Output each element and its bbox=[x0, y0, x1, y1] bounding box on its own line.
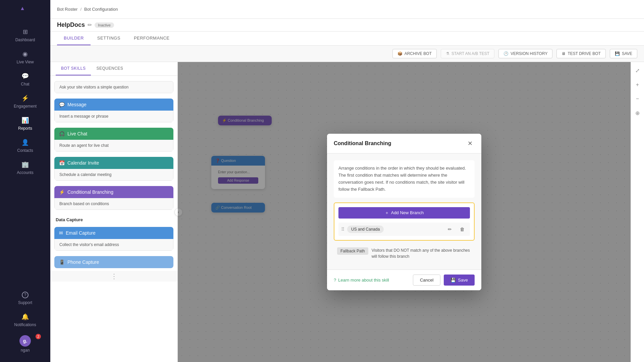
phone-capture-skill-card[interactable]: 📱 Phone Capture bbox=[54, 256, 173, 268]
email-icon: ✉ bbox=[59, 230, 63, 236]
version-history-button[interactable]: 🕐 VERSION HISTORY bbox=[498, 49, 552, 58]
conditional-branching-skill-card[interactable]: ⚡ Conditional Branching Branch based on … bbox=[54, 186, 173, 210]
contacts-icon: 👤 bbox=[21, 139, 29, 146]
branch-row-us-canada: ⠿ US and Canada ✏ 🗑 bbox=[338, 223, 470, 236]
zoom-out-icon[interactable]: − bbox=[635, 95, 640, 103]
modal-footer: ? Learn more about this skill Cancel 💾 S… bbox=[327, 269, 481, 290]
panel-tabs: BOT SKILLS SEQUENCES bbox=[50, 62, 177, 76]
sidebar-item-notifications[interactable]: 🔔 Notifications bbox=[0, 309, 50, 331]
branching-icon: ⚡ bbox=[59, 189, 65, 195]
live-chat-skill-body: Route an agent for live chat bbox=[54, 140, 173, 152]
logo-icon[interactable]: ▲ bbox=[20, 5, 31, 16]
breadcrumb-bot-config[interactable]: Bot Configuration bbox=[84, 7, 118, 12]
modal-header: Conditional Branching ✕ bbox=[327, 134, 481, 154]
modal-save-button[interactable]: 💾 Save bbox=[444, 275, 475, 286]
support-icon: ? bbox=[22, 292, 29, 298]
conditional-branching-skill-header: ⚡ Conditional Branching bbox=[54, 186, 173, 198]
left-panel: BOT SKILLS SEQUENCES Ask your site visit… bbox=[50, 62, 178, 362]
sidebar-bottom: ? Support 🔔 Notifications g. ngan 2 bbox=[0, 288, 50, 357]
tab-performance[interactable]: PERFORMANCE bbox=[127, 32, 176, 45]
grid-icon[interactable]: ⊕ bbox=[634, 109, 641, 118]
help-icon: ? bbox=[334, 278, 336, 283]
message-skill-header: 💬 Message bbox=[54, 99, 173, 111]
avatar-circle: g. bbox=[19, 335, 31, 347]
sidebar-item-live-view[interactable]: ◉ Live View bbox=[0, 46, 50, 68]
modal-body: Arrange conditions in the order in which… bbox=[327, 154, 481, 269]
branch-tag: US and Canada bbox=[347, 226, 384, 233]
question-skill-card: Ask your site visitors a simple question bbox=[54, 78, 173, 93]
test-drive-button[interactable]: 🖥 TEST DRIVE BOT bbox=[556, 49, 605, 58]
delete-branch-button[interactable]: 🗑 bbox=[457, 225, 467, 233]
add-icon: ＋ bbox=[385, 210, 389, 216]
add-new-branch-button[interactable]: ＋ Add New Branch bbox=[338, 207, 470, 219]
tab-settings[interactable]: SETTINGS bbox=[91, 32, 127, 45]
archive-icon: 📦 bbox=[397, 51, 402, 56]
modal-save-icon: 💾 bbox=[450, 278, 456, 283]
sidebar-item-chat[interactable]: 💬 Chat bbox=[0, 68, 50, 90]
calendar-skill-body: Schedule a calendar meeting bbox=[54, 169, 173, 181]
edit-bot-name-icon[interactable]: ✏ bbox=[88, 22, 92, 28]
bot-status-badge: Inactive bbox=[95, 22, 114, 28]
live-chat-icon: 🎧 bbox=[59, 131, 65, 136]
start-ab-test-button[interactable]: ⚗ START AN A/B TEST bbox=[441, 49, 494, 58]
sidebar-item-reports[interactable]: 📊 Reports bbox=[0, 113, 50, 135]
sidebar: ▲ ⊞ Dashboard ◉ Live View 💬 Chat ⚡ Engag… bbox=[0, 0, 50, 362]
close-modal-button[interactable]: ✕ bbox=[466, 139, 475, 148]
footer-buttons: Cancel 💾 Save bbox=[413, 275, 475, 286]
zoom-in-icon[interactable]: + bbox=[635, 80, 640, 89]
email-capture-skill-header: ✉ Email Capture bbox=[54, 227, 173, 239]
drag-handle-icon[interactable]: ⠿ bbox=[341, 227, 344, 232]
notifications-icon: 🔔 bbox=[21, 313, 29, 320]
bot-name: HelpDocs bbox=[57, 21, 85, 28]
right-panel: ⤢ + − ⊕ bbox=[631, 62, 644, 362]
message-skill-card[interactable]: 💬 Message Insert a message or phrase bbox=[54, 99, 173, 122]
save-icon: 💾 bbox=[615, 51, 620, 56]
scroll-indicator: ⋮ bbox=[50, 271, 177, 282]
panel-tab-bot-skills[interactable]: BOT SKILLS bbox=[56, 62, 91, 75]
sidebar-item-dashboard[interactable]: ⊞ Dashboard bbox=[0, 24, 50, 46]
phone-icon: 📱 bbox=[59, 259, 65, 265]
fallback-description: Visitors that DO NOT match any of the ab… bbox=[372, 247, 471, 259]
learn-more-link[interactable]: ? Learn more about this skill bbox=[334, 278, 389, 283]
calendar-skill-header: 📅 Calendar Invite bbox=[54, 157, 173, 169]
message-icon: 💬 bbox=[59, 102, 65, 107]
data-capture-section-label: Data Capture bbox=[50, 213, 177, 224]
sidebar-item-accounts[interactable]: 🏢 Accounts bbox=[0, 157, 50, 179]
zoom-fit-icon[interactable]: ⤢ bbox=[634, 66, 641, 75]
sidebar-item-contacts[interactable]: 👤 Contacts bbox=[0, 135, 50, 157]
sidebar-item-engagement[interactable]: ⚡ Engagement bbox=[0, 90, 50, 113]
archive-bot-button[interactable]: 📦 ARCHIVE BOT bbox=[392, 49, 437, 58]
accounts-icon: 🏢 bbox=[21, 161, 29, 168]
reports-icon: 📊 bbox=[21, 117, 29, 124]
fallback-area: Fallback Path Visitors that DO NOT match… bbox=[334, 244, 475, 263]
ab-test-icon: ⚗ bbox=[446, 51, 449, 56]
live-view-icon: ◉ bbox=[22, 50, 28, 58]
fallback-path-tag: Fallback Path bbox=[337, 247, 368, 255]
live-chat-skill-card[interactable]: 🎧 Live Chat Route an agent for live chat bbox=[54, 128, 173, 152]
edit-branch-button[interactable]: ✏ bbox=[445, 225, 454, 233]
question-text: Ask your site visitors a simple question bbox=[59, 85, 128, 89]
action-bar: 📦 ARCHIVE BOT ⚗ START AN A/B TEST 🕐 VERS… bbox=[50, 46, 644, 62]
modal-info-text: Arrange conditions in the order in which… bbox=[334, 160, 475, 197]
canvas-area[interactable]: ⚡ Conditional Branching ❓ Question Enter… bbox=[178, 62, 631, 362]
cancel-button[interactable]: Cancel bbox=[413, 275, 440, 286]
conditional-branching-skill-body: Branch based on conditions bbox=[54, 198, 173, 210]
test-icon: 🖥 bbox=[561, 51, 566, 56]
modal-title: Conditional Branching bbox=[334, 140, 391, 146]
message-skill-body: Insert a message or phrase bbox=[54, 111, 173, 122]
conditional-branching-modal: Conditional Branching ✕ Arrange conditio… bbox=[327, 134, 481, 290]
calendar-invite-skill-card[interactable]: 📅 Calendar Invite Schedule a calendar me… bbox=[54, 157, 173, 181]
save-button[interactable]: 💾 SAVE bbox=[610, 49, 637, 58]
user-avatar[interactable]: g. ngan 2 bbox=[0, 331, 50, 357]
sidebar-item-support[interactable]: ? Support bbox=[0, 288, 50, 309]
panel-tab-sequences[interactable]: SEQUENCES bbox=[91, 62, 128, 75]
email-capture-skill-card[interactable]: ✉ Email Capture Collect the visitor's em… bbox=[54, 227, 173, 251]
breadcrumb-bot-roster[interactable]: Bot Roster bbox=[57, 7, 77, 12]
dashboard-icon: ⊞ bbox=[23, 28, 28, 36]
engagement-icon: ⚡ bbox=[21, 95, 29, 102]
tab-builder[interactable]: BUILDER bbox=[57, 32, 91, 45]
breadcrumb: Bot Roster / Bot Configuration bbox=[57, 7, 118, 12]
main-tabs: BUILDER SETTINGS PERFORMANCE bbox=[50, 32, 644, 46]
phone-capture-skill-header: 📱 Phone Capture bbox=[54, 256, 173, 268]
bot-title-row: HelpDocs ✏ Inactive bbox=[50, 19, 644, 32]
